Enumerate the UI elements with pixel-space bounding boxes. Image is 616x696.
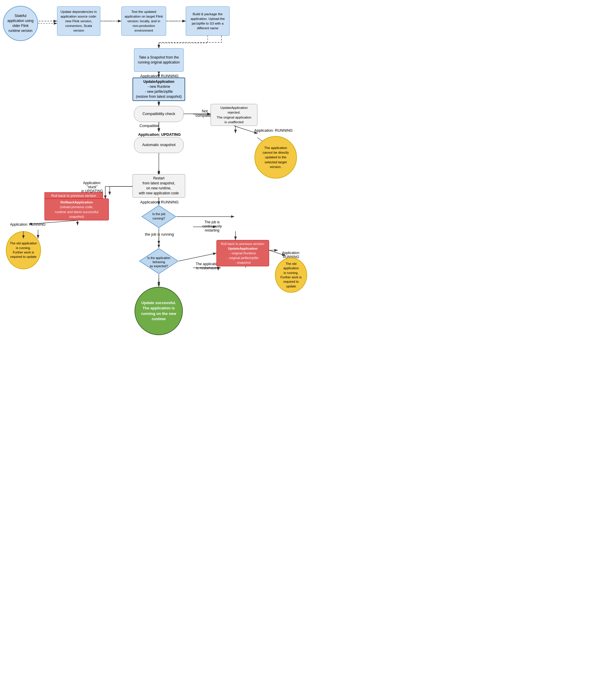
compatibility-check-box: Compatibility check bbox=[134, 106, 184, 122]
update-application-label: UpdateApplication- new Runtime- new jarf… bbox=[136, 79, 182, 99]
build-package-box: Build & package the application. Upload … bbox=[186, 6, 230, 36]
is-job-running-diamond: Is the job running? bbox=[141, 205, 176, 228]
old-app-running-left-label: The old applicationis running.Further wo… bbox=[10, 241, 37, 259]
cannot-update-circle: The applicationcannot be directlyupdated… bbox=[255, 136, 297, 178]
stateful-app-label: Stateful application using older Flink r… bbox=[6, 14, 34, 33]
svg-text:Is the application: Is the application bbox=[147, 256, 171, 259]
update-successful-label: Update successful.The application isrunn… bbox=[141, 300, 176, 322]
test-app-label: Test the updated application on target F… bbox=[124, 10, 163, 33]
svg-text:behaving: behaving bbox=[153, 260, 165, 264]
compatible-label: Compatible bbox=[134, 124, 164, 128]
update-deps-label: Update dependencies in application sourc… bbox=[60, 10, 98, 33]
rollback-application-label: RollbackApplication(reload previous code… bbox=[55, 200, 98, 219]
restart-label: Restartfrom latest snapshot,on new runti… bbox=[139, 176, 179, 195]
app-stuck-label: Application:"stuck"in UPDATING bbox=[75, 181, 110, 193]
app-running-label-2: Application: RUNNING bbox=[244, 128, 303, 132]
update-deps-box: Update dependencies in application sourc… bbox=[57, 6, 100, 36]
update-application-box: UpdateApplication- new Runtime- new jarf… bbox=[132, 78, 185, 101]
restart-box: Restartfrom latest snapshot,on new runti… bbox=[132, 174, 185, 197]
update-successful-circle: Update successful.The application isrunn… bbox=[134, 287, 183, 335]
is-app-behaving-diamond: Is the application behaving as expected? bbox=[139, 248, 179, 274]
app-running-left-label: Application: RUNNING bbox=[3, 222, 53, 226]
cannot-update-label: The applicationcannot be directlyupdated… bbox=[262, 145, 289, 169]
update-rejected-box: UpdateApplicationrejected.The original a… bbox=[211, 104, 257, 126]
automatic-snapshot-box: Automatic snapshot bbox=[134, 137, 184, 153]
app-updating-label: Application: UPDATING bbox=[126, 132, 193, 137]
job-continuously-restarting-label: The job iscontinuouslyrestarting bbox=[193, 220, 231, 232]
old-app-running-right-label: The old applicationis running.Further wo… bbox=[278, 262, 304, 289]
take-snapshot-label: Take a Snapshot from the running origina… bbox=[136, 55, 181, 65]
stateful-app-circle: Stateful application using older Flink r… bbox=[3, 6, 38, 41]
svg-text:Is the job: Is the job bbox=[152, 212, 165, 216]
take-snapshot-box: Take a Snapshot from the running origina… bbox=[134, 48, 184, 72]
rollback-updateapp-label: Roll back to previous version:UpdateAppl… bbox=[221, 241, 265, 265]
old-app-running-left-circle: The old applicationis running.Further wo… bbox=[6, 231, 41, 269]
rollback-application-box: RollbackApplication(reload previous code… bbox=[45, 199, 109, 220]
app-running-label-3: Application: RUNNING bbox=[126, 200, 193, 204]
svg-line-48 bbox=[179, 253, 216, 261]
update-rejected-label: UpdateApplicationrejected.The original a… bbox=[217, 105, 251, 124]
compatibility-check-label: Compatibility check bbox=[143, 111, 175, 116]
rollback-updateapp-box: Roll back to previous version:UpdateAppl… bbox=[216, 240, 269, 266]
automatic-snapshot-label: Automatic snapshot bbox=[142, 142, 176, 147]
test-app-box: Test the updated application on target F… bbox=[121, 6, 166, 36]
job-running-label: the job is running bbox=[123, 232, 196, 237]
diagram: Stateful application using older Flink r… bbox=[0, 0, 308, 348]
build-package-label: Build & package the application. Upload … bbox=[188, 12, 227, 30]
svg-text:running?: running? bbox=[153, 217, 165, 220]
svg-text:as expected?: as expected? bbox=[150, 264, 168, 268]
old-app-running-right-circle: The old applicationis running.Further wo… bbox=[275, 257, 307, 293]
